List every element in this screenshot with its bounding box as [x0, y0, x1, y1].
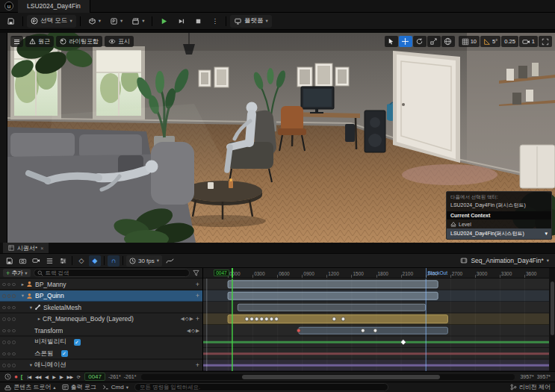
- expander-icon[interactable]: ▾: [28, 362, 34, 368]
- rotation-snap-toggle[interactable]: 5°: [480, 36, 500, 47]
- tangent-mode-button[interactable]: ∩: [108, 255, 120, 267]
- maximize-viewport-button[interactable]: [539, 36, 552, 47]
- transport-button[interactable]: ⟳: [75, 374, 82, 379]
- expander-icon[interactable]: ▾: [28, 305, 34, 311]
- track-search[interactable]: [34, 269, 190, 277]
- track-state-icons[interactable]: [0, 329, 19, 333]
- console-cmd-dropdown[interactable]: Cmd ▾: [102, 384, 128, 391]
- track-search-input[interactable]: [46, 270, 186, 276]
- record-button[interactable]: ●: [14, 373, 18, 380]
- create-camera-button[interactable]: [30, 255, 42, 267]
- camera-speed-button[interactable]: 1: [519, 36, 538, 47]
- play-options-kebab[interactable]: ⋮: [208, 15, 222, 28]
- track-state-icons[interactable]: [0, 340, 19, 344]
- filter-icon[interactable]: [193, 270, 199, 276]
- track-state-icons[interactable]: [0, 294, 19, 298]
- track-row[interactable]: ▸BP_Manny+: [0, 279, 202, 290]
- context-level-dropdown[interactable]: LSU2024_Day4Fin(퍼시스턴트) ▾: [447, 228, 551, 239]
- output-log-button[interactable]: 출력 로그: [62, 383, 96, 391]
- viewport-side-strip[interactable]: [0, 33, 7, 243]
- keyframe-nav[interactable]: ◀◇▶: [181, 316, 193, 322]
- transport-button[interactable]: ▶▶: [65, 374, 74, 379]
- outliner-options-button[interactable]: [43, 255, 55, 267]
- sequence-name[interactable]: Seq_Animation_Day4Fin* ▾: [460, 257, 552, 264]
- add-section-button[interactable]: +: [196, 292, 199, 299]
- viewport-options-menu[interactable]: [10, 36, 23, 47]
- track-row[interactable]: Transform◀◇▶: [0, 325, 202, 337]
- track-checkbox[interactable]: ✓: [74, 339, 81, 346]
- track-row[interactable]: ▾BP_Quinn+: [0, 290, 202, 302]
- blueprints-dropdown[interactable]: ▾: [106, 15, 126, 28]
- keyframe-nav[interactable]: ◀◇▶: [187, 328, 199, 334]
- sequencer-tab[interactable]: 시퀀서* ×: [3, 243, 49, 253]
- fps-dropdown[interactable]: 30 fps ▾: [126, 255, 162, 267]
- play-button[interactable]: [156, 15, 172, 28]
- timeline-lanes[interactable]: [203, 279, 549, 371]
- save-button[interactable]: [3, 15, 19, 28]
- transport-button[interactable]: |◀: [26, 374, 33, 379]
- content-drawer-button[interactable]: 콘텐츠 드로어 ▴: [4, 383, 56, 391]
- transport-button[interactable]: ◀|: [43, 374, 50, 379]
- expander-icon[interactable]: ▾: [19, 293, 26, 299]
- sequencer-save-button[interactable]: [3, 255, 15, 267]
- view-range-start[interactable]: -261*: [108, 374, 121, 379]
- playhead[interactable]: [232, 268, 232, 278]
- rotate-tool-button[interactable]: [413, 36, 427, 47]
- working-range-start[interactable]: -261*: [124, 374, 137, 379]
- auto-key-button[interactable]: ◆: [89, 255, 101, 267]
- marker-label[interactable]: BlackOut: [428, 270, 447, 276]
- keyframe-options-button[interactable]: ◇: [75, 255, 87, 267]
- track-row[interactable]: ▾SkeletalMesh: [0, 302, 202, 314]
- add-actor-dropdown[interactable]: ▾: [84, 15, 105, 28]
- sequencer-timeline[interactable]: 0000030006000900120015001800210024002700…: [203, 268, 549, 371]
- add-track-button[interactable]: + 추가 ▾: [3, 269, 31, 277]
- scale-tool-button[interactable]: [427, 36, 441, 47]
- track-row[interactable]: ▾애니메이션+: [0, 360, 202, 372]
- track-row[interactable]: 스폰됨✓: [0, 348, 202, 360]
- transport-button[interactable]: ◀◀: [34, 374, 43, 379]
- sequencer-settings-button[interactable]: [57, 255, 69, 267]
- expander-icon[interactable]: ▸: [19, 281, 26, 287]
- transport-button[interactable]: ▶: [51, 374, 57, 379]
- platforms-dropdown[interactable]: 플랫폼 ▾: [230, 15, 272, 28]
- track-state-icons[interactable]: [0, 317, 19, 321]
- view-mode-dropdown[interactable]: 라이팅포함: [56, 36, 102, 47]
- current-frame-field[interactable]: 0047: [84, 373, 105, 381]
- show-menu[interactable]: 표시: [105, 36, 134, 47]
- timeline-ruler[interactable]: 0000030006000900120015001800210024002700…: [203, 268, 549, 279]
- scale-snap-toggle[interactable]: 0.25: [501, 36, 518, 47]
- scrollbar-thumb[interactable]: [242, 375, 440, 379]
- perspective-dropdown[interactable]: 원근: [25, 36, 54, 47]
- working-range-end[interactable]: 3957*: [520, 374, 533, 379]
- project-tab[interactable]: LSU2024_Day4Fin: [18, 0, 90, 13]
- loop-start-bracket-icon[interactable]: [: [21, 373, 23, 380]
- stop-button[interactable]: [190, 15, 206, 28]
- view-range-end[interactable]: 3957*: [537, 374, 551, 379]
- track-row[interactable]: ▸CR_Mannequin_Body (Layered)◀◇▶+: [0, 314, 202, 326]
- playback-options-icon[interactable]: [4, 373, 11, 380]
- context-level-row[interactable]: Level: [447, 220, 551, 228]
- track-row[interactable]: 비저빌리티✓: [0, 337, 202, 349]
- select-tool-button[interactable]: [385, 36, 398, 47]
- world-space-toggle[interactable]: [441, 36, 455, 47]
- grid-snap-toggle[interactable]: 10: [459, 36, 480, 47]
- track-state-icons[interactable]: [0, 306, 19, 310]
- timeline-vertical-scrollbar[interactable]: [549, 268, 555, 371]
- frame-skip-button[interactable]: [173, 15, 189, 28]
- level-viewport[interactable]: 원근 라이팅포함 표시: [0, 33, 555, 243]
- timeline-horizontal-scrollbar[interactable]: [141, 374, 515, 380]
- track-state-icons[interactable]: [0, 364, 19, 367]
- track-state-icons[interactable]: [0, 352, 19, 356]
- add-section-button[interactable]: +: [196, 281, 199, 288]
- editor-mode-dropdown[interactable]: 선택 모드 ▾: [27, 15, 76, 28]
- add-section-button[interactable]: +: [196, 361, 199, 369]
- transport-button[interactable]: |▶: [58, 374, 64, 379]
- close-icon[interactable]: ×: [40, 246, 43, 251]
- cinematics-dropdown[interactable]: ▾: [128, 15, 148, 28]
- console-input[interactable]: [140, 384, 383, 391]
- render-movie-button[interactable]: [16, 255, 28, 267]
- curve-editor-button[interactable]: [164, 255, 176, 267]
- expander-icon[interactable]: ▸: [36, 316, 43, 322]
- track-checkbox[interactable]: ✓: [61, 350, 68, 357]
- add-section-button[interactable]: +: [196, 315, 199, 323]
